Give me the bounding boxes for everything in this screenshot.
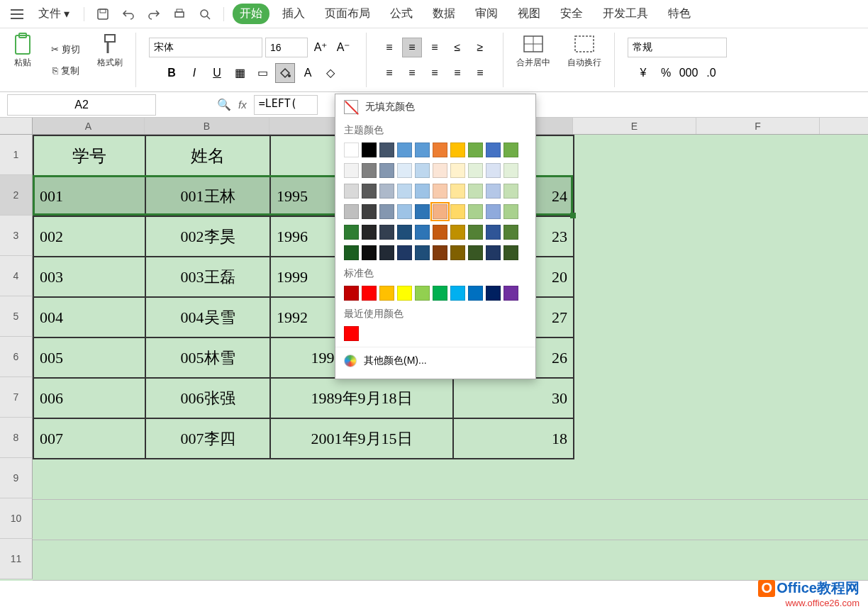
color-swatch[interactable]	[362, 204, 377, 219]
color-swatch[interactable]	[344, 225, 359, 240]
comma-button[interactable]: 000	[679, 63, 699, 83]
cell[interactable]: 姓名	[145, 135, 270, 176]
cell[interactable]: 2001年9月15日	[270, 418, 453, 459]
cell[interactable]: 004吴雪	[145, 297, 270, 337]
row-header-5[interactable]: 5	[0, 296, 33, 337]
justify-button[interactable]: ≡	[447, 63, 467, 83]
color-swatch[interactable]	[433, 163, 447, 178]
italic-button[interactable]: I	[184, 63, 204, 83]
color-swatch[interactable]	[362, 143, 377, 157]
cell[interactable]: 1989年9月18日	[270, 378, 453, 418]
color-swatch[interactable]	[503, 286, 518, 301]
formula-input[interactable]: =LEFT(	[254, 95, 318, 115]
color-swatch[interactable]	[503, 143, 518, 157]
increase-font-button[interactable]: A⁺	[311, 38, 330, 57]
color-swatch[interactable]	[486, 204, 501, 219]
merge-center-button[interactable]: 合并居中	[516, 33, 550, 69]
preview-icon[interactable]	[195, 4, 215, 24]
color-swatch[interactable]	[397, 225, 412, 240]
col-header-b[interactable]: B	[145, 118, 269, 134]
color-swatch[interactable]	[486, 225, 501, 240]
increase-decimal-button[interactable]: .0	[701, 63, 721, 83]
align-center-button[interactable]: ≡	[402, 63, 422, 83]
color-swatch[interactable]	[468, 286, 483, 301]
file-menu[interactable]: 文件 ▾	[33, 5, 75, 23]
color-swatch[interactable]	[415, 163, 430, 178]
font-size-select[interactable]	[265, 38, 308, 57]
border-button[interactable]: ▦	[230, 63, 250, 83]
redo-icon[interactable]	[144, 4, 164, 24]
color-swatch[interactable]	[379, 225, 394, 240]
currency-button[interactable]: ¥	[633, 63, 653, 83]
align-middle-button[interactable]: ≡	[402, 38, 422, 57]
color-swatch[interactable]	[362, 184, 377, 199]
color-swatch[interactable]	[344, 184, 359, 199]
row-header-8[interactable]: 8	[0, 418, 33, 458]
color-swatch[interactable]	[379, 143, 394, 157]
color-swatch[interactable]	[450, 225, 465, 240]
color-swatch[interactable]	[433, 184, 447, 199]
color-swatch[interactable]	[450, 204, 465, 219]
color-swatch[interactable]	[433, 204, 447, 219]
cell-row[interactable]	[33, 540, 868, 581]
cell[interactable]: 30	[453, 378, 574, 418]
fill-color-button[interactable]	[275, 63, 295, 83]
cell[interactable]: 003王磊	[145, 257, 270, 297]
tab-page-layout[interactable]: 页面布局	[318, 4, 377, 24]
decrease-indent-button[interactable]: ≤	[447, 38, 467, 57]
color-swatch[interactable]	[468, 225, 483, 240]
print-icon[interactable]	[169, 4, 189, 24]
cut-button[interactable]: ✂剪切	[51, 41, 80, 58]
color-swatch[interactable]	[450, 163, 465, 178]
color-swatch[interactable]	[397, 286, 412, 301]
color-swatch[interactable]	[344, 143, 359, 157]
color-swatch[interactable]	[415, 286, 430, 301]
no-fill-option[interactable]: 无填充颜色	[335, 94, 535, 120]
color-swatch[interactable]	[344, 204, 359, 219]
color-swatch[interactable]	[344, 245, 359, 260]
color-swatch[interactable]	[433, 143, 447, 157]
color-swatch[interactable]	[468, 245, 483, 260]
copy-button[interactable]: ⎘复制	[52, 62, 79, 79]
color-swatch[interactable]	[362, 286, 377, 301]
color-swatch[interactable]	[379, 204, 394, 219]
format-painter-button[interactable]: 格式刷	[97, 33, 123, 69]
cell[interactable]: 001	[33, 176, 145, 216]
row-header-6[interactable]: 6	[0, 337, 33, 377]
fill-handle[interactable]	[570, 213, 576, 218]
color-swatch[interactable]	[379, 163, 394, 178]
tab-home[interactable]: 开始	[233, 4, 269, 24]
row-header-1[interactable]: 1	[0, 135, 33, 175]
clear-button[interactable]: ◇	[321, 63, 340, 83]
color-swatch[interactable]	[344, 286, 359, 301]
cell[interactable]: 007	[33, 418, 145, 459]
cell[interactable]: 002	[33, 216, 145, 257]
cell[interactable]: 005	[33, 337, 145, 378]
align-left-button[interactable]: ≡	[379, 63, 399, 83]
font-name-select[interactable]	[149, 38, 262, 57]
color-swatch[interactable]	[362, 225, 377, 240]
color-swatch[interactable]	[397, 163, 412, 178]
color-swatch[interactable]	[468, 184, 483, 199]
color-swatch[interactable]	[344, 163, 359, 178]
color-swatch[interactable]	[503, 225, 518, 240]
color-swatch[interactable]	[468, 143, 483, 157]
color-swatch[interactable]	[415, 143, 430, 157]
tab-insert[interactable]: 插入	[275, 4, 312, 24]
more-colors-option[interactable]: 其他颜色(M)...	[335, 347, 535, 374]
cell-row[interactable]	[33, 500, 868, 540]
color-swatch[interactable]	[486, 143, 501, 157]
color-swatch[interactable]	[468, 163, 483, 178]
color-swatch[interactable]	[397, 245, 412, 260]
color-swatch[interactable]	[415, 204, 430, 219]
percent-button[interactable]: %	[656, 63, 676, 83]
distribute-button[interactable]: ≡	[470, 63, 490, 83]
color-swatch[interactable]	[503, 163, 518, 178]
cell[interactable]: 18	[453, 418, 574, 459]
tab-review[interactable]: 审阅	[468, 4, 505, 24]
color-swatch[interactable]	[468, 204, 483, 219]
col-header-e[interactable]: E	[573, 118, 696, 134]
decrease-font-button[interactable]: A⁻	[333, 38, 353, 57]
cell[interactable]: 007李四	[145, 418, 270, 459]
color-swatch[interactable]	[486, 184, 501, 199]
